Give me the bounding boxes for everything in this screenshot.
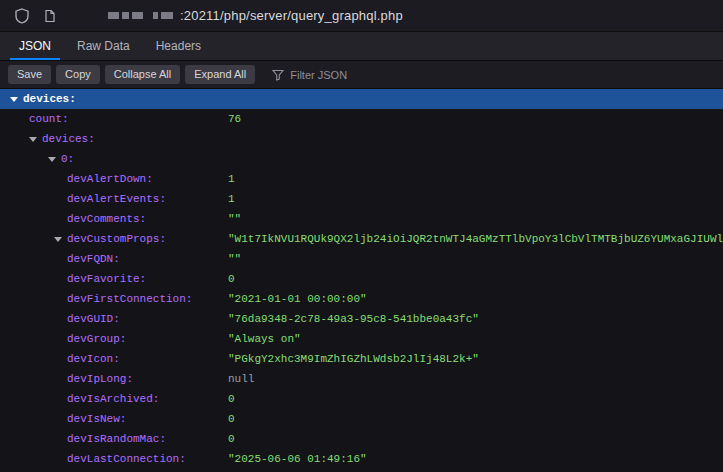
json-value: "2025-06-06 01:49:16" xyxy=(228,453,367,465)
tree-row[interactable]: devFavorite: 0 xyxy=(0,269,723,289)
expand-all-button[interactable]: Expand All xyxy=(185,65,255,84)
filter-box[interactable] xyxy=(272,69,420,81)
json-value: "W1t7IkNVU1RQUk9QX2ljb24iOiJQR2tnWTJ4aGM… xyxy=(228,233,723,245)
json-tree: devices: count: 76 devices: 0: devAlertD… xyxy=(0,89,723,469)
json-key: devices: xyxy=(23,93,76,105)
tree-row[interactable]: devComments: "" xyxy=(0,209,723,229)
tree-row[interactable]: devLastConnection: "2025-06-06 01:49:16" xyxy=(0,449,723,469)
expand-toggle-icon[interactable] xyxy=(54,237,67,242)
json-value: "" xyxy=(228,213,241,225)
tree-row[interactable]: devFirstConnection: "2021-01-01 00:00:00… xyxy=(0,289,723,309)
json-value: 0 xyxy=(228,393,235,405)
json-value: 0 xyxy=(228,273,235,285)
tree-row[interactable]: devIsRandomMac: 0 xyxy=(0,429,723,449)
save-button[interactable]: Save xyxy=(8,65,51,84)
tab-raw-data[interactable]: Raw Data xyxy=(64,32,143,60)
tree-row[interactable]: devAlertDown: 1 xyxy=(0,169,723,189)
tree-row[interactable]: devFQDN: "" xyxy=(0,249,723,269)
json-key: 0: xyxy=(61,153,74,165)
json-value: "PGkgY2xhc3M9ImZhIGZhLWdsb2JlIj48L2k+" xyxy=(228,353,479,365)
json-key: devAlertDown: xyxy=(67,173,153,185)
json-key: devGUID: xyxy=(67,313,120,325)
json-key: devAlertEvents: xyxy=(67,193,166,205)
json-key: devIsRandomMac: xyxy=(67,433,166,445)
tab-headers[interactable]: Headers xyxy=(143,32,214,60)
json-toolbar: Save Copy Collapse All Expand All xyxy=(0,61,723,89)
tree-row[interactable]: devIsArchived: 0 xyxy=(0,389,723,409)
json-value: 0 xyxy=(228,413,235,425)
json-key: devComments: xyxy=(67,213,146,225)
copy-button[interactable]: Copy xyxy=(56,65,100,84)
redacted-host xyxy=(108,12,173,19)
json-key: count: xyxy=(29,113,69,125)
tree-row[interactable]: devAlertEvents: 1 xyxy=(0,189,723,209)
json-key: devCustomProps: xyxy=(67,233,166,245)
json-key: devFavorite: xyxy=(67,273,146,285)
expand-toggle-icon[interactable] xyxy=(29,137,42,142)
tree-row-item-0[interactable]: 0: xyxy=(0,149,723,169)
json-value: 0 xyxy=(228,433,235,445)
tree-row-count[interactable]: count: 76 xyxy=(0,109,723,129)
json-value: 1 xyxy=(228,173,235,185)
page-security-icon[interactable] xyxy=(38,4,62,28)
filter-funnel-icon xyxy=(272,69,284,81)
json-value: "" xyxy=(228,253,241,265)
json-value: 1 xyxy=(228,193,235,205)
address-bar[interactable]: :20211/php/server/query_graphql.php xyxy=(0,0,723,32)
tree-row[interactable]: devIsNew: 0 xyxy=(0,409,723,429)
tree-row[interactable]: devIcon: "PGkgY2xhc3M9ImZhIGZhLWdsb2JlIj… xyxy=(0,349,723,369)
json-value: "2021-01-01 00:00:00" xyxy=(228,293,367,305)
url-text: :20211/php/server/query_graphql.php xyxy=(180,8,403,23)
json-value: 76 xyxy=(228,113,241,125)
tree-row[interactable]: devGUID: "76da9348-2c78-49a3-95c8-541bbe… xyxy=(0,309,723,329)
json-key: devFQDN: xyxy=(67,253,120,265)
expand-toggle-icon[interactable] xyxy=(10,97,23,102)
tab-json[interactable]: JSON xyxy=(6,32,64,60)
tree-row-devices-array[interactable]: devices: xyxy=(0,129,723,149)
tree-row-dev-custom-props[interactable]: devCustomProps: "W1t7IkNVU1RQUk9QX2ljb24… xyxy=(0,229,723,249)
json-key: devLastConnection: xyxy=(67,453,186,465)
json-key: devIcon: xyxy=(67,353,120,365)
json-value: "Always on" xyxy=(228,333,301,345)
tree-row-devices-root[interactable]: devices: xyxy=(0,89,723,109)
json-key: devFirstConnection: xyxy=(67,293,192,305)
shield-icon[interactable] xyxy=(10,4,34,28)
json-key: devIsNew: xyxy=(67,413,126,425)
json-value: "76da9348-2c78-49a3-95c8-541bbe0a43fc" xyxy=(228,313,479,325)
tree-row[interactable]: devIpLong: null xyxy=(0,369,723,389)
collapse-all-button[interactable]: Collapse All xyxy=(105,65,180,84)
json-key: devices: xyxy=(42,133,95,145)
json-key: devIpLong: xyxy=(67,373,133,385)
tree-row[interactable]: devGroup: "Always on" xyxy=(0,329,723,349)
json-value: null xyxy=(228,373,254,385)
viewer-tabbar: JSON Raw Data Headers xyxy=(0,32,723,61)
json-key: devIsArchived: xyxy=(67,393,159,405)
json-key: devGroup: xyxy=(67,333,126,345)
expand-toggle-icon[interactable] xyxy=(48,157,61,162)
filter-json-input[interactable] xyxy=(290,69,420,81)
